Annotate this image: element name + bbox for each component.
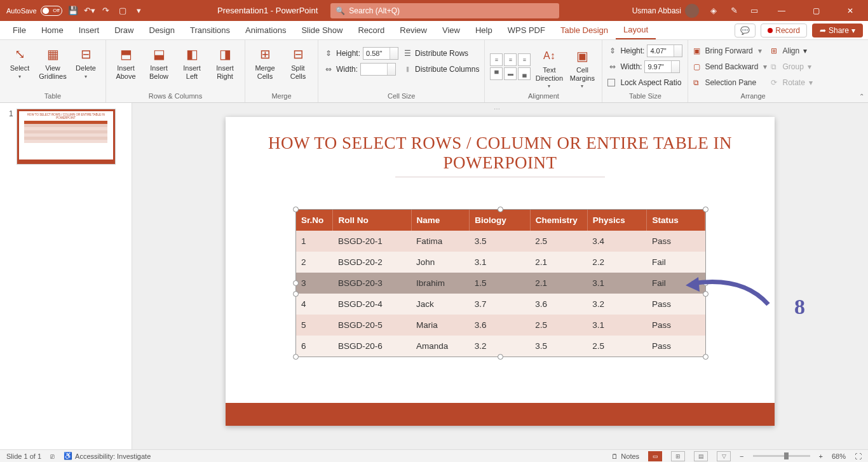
select-button[interactable]: ⤡Select▾ [5, 43, 34, 79]
insert-above-button[interactable]: ⬒Insert Above [111, 43, 140, 80]
slide-title[interactable]: HOW TO SELECT ROWS / COLUMN OR ENTIRE TA… [226, 117, 775, 173]
collapse-ribbon-button[interactable]: ⌃ [859, 93, 864, 100]
table-cell[interactable]: 3.2 [587, 294, 647, 315]
table-cell[interactable]: 3.5 [530, 336, 587, 357]
table-cell[interactable]: BSGD-20-3 [333, 273, 411, 294]
bring-forward-button[interactable]: ▣Bring Forward▾ [693, 44, 767, 58]
diamond-icon[interactable]: ◈ [708, 5, 719, 17]
cell-width-input[interactable] [360, 63, 396, 76]
reading-view-button[interactable]: ▤ [694, 451, 708, 461]
column-header[interactable]: Physics [587, 210, 647, 231]
table-cell[interactable]: Pass [647, 294, 705, 315]
ribbon-display-icon[interactable]: ▭ [749, 5, 760, 17]
zoom-slider[interactable] [753, 455, 810, 457]
table-cell[interactable]: BSGD-20-2 [333, 252, 411, 273]
table-cell[interactable]: Maria [411, 315, 470, 336]
resize-handle-bm[interactable] [498, 354, 503, 360]
table-row[interactable]: 1BSGD-20-1Fatima3.52.53.4Pass [296, 231, 705, 252]
align-objects-button[interactable]: ⊞Align▾ [771, 44, 812, 58]
table-cell[interactable]: 2.5 [587, 336, 647, 357]
qat-more-icon[interactable]: ▾ [133, 5, 145, 17]
comments-button[interactable]: 💬 [735, 24, 756, 37]
zoom-in-button[interactable]: + [819, 452, 823, 460]
resize-handle-mr[interactable] [703, 280, 709, 286]
table-cell[interactable]: Amanda [411, 336, 470, 357]
save-icon[interactable]: 💾 [67, 5, 79, 17]
tab-view[interactable]: View [435, 21, 468, 39]
tab-home[interactable]: Home [34, 21, 71, 39]
notes-button[interactable]: 🗒Notes [611, 452, 639, 460]
table-cell[interactable]: 3.6 [470, 315, 531, 336]
table-cell[interactable]: Fail [647, 252, 705, 273]
delete-button[interactable]: ⊟Delete▾ [71, 43, 100, 79]
text-direction-button[interactable]: A↕Text Direction▾ [534, 44, 564, 89]
slide-sorter-button[interactable]: ⊞ [671, 451, 685, 461]
account-button[interactable]: Usman Abbasi [632, 4, 699, 18]
tab-slide-show[interactable]: Slide Show [294, 21, 350, 39]
distribute-columns-button[interactable]: ⦀Distribute Columns [402, 62, 479, 76]
align-top-button[interactable]: ▀ [490, 67, 503, 80]
table-cell[interactable]: 3.5 [470, 231, 531, 252]
resize-handle-bl[interactable] [293, 354, 299, 360]
resize-handle-ml[interactable] [293, 280, 299, 286]
lock-aspect-ratio-checkbox[interactable]: Lock Aspect Ratio [607, 76, 682, 90]
tab-design[interactable]: Design [142, 21, 182, 39]
column-header[interactable]: Status [647, 210, 705, 231]
splitter-handle-icon[interactable]: ⋯ [494, 105, 506, 111]
table-cell[interactable]: Pass [647, 315, 705, 336]
resize-handle-tm[interactable] [498, 207, 503, 212]
cell-height-input[interactable]: 0.58" [363, 47, 398, 60]
column-header[interactable]: Sr.No [296, 210, 333, 231]
align-left-button[interactable]: ≡ [490, 53, 503, 66]
table-cell[interactable]: Fatima [411, 231, 470, 252]
align-center-button[interactable]: ≡ [504, 53, 517, 66]
tab-file[interactable]: File [5, 21, 34, 39]
insert-right-button[interactable]: ◨Insert Right [210, 43, 240, 80]
table-cell[interactable]: 4 [296, 294, 333, 315]
tab-animations[interactable]: Animations [238, 21, 294, 39]
table-cell[interactable]: 3.4 [587, 231, 647, 252]
table-height-input[interactable]: 4.07" [647, 44, 682, 57]
split-cells-button[interactable]: ⊟Split Cells [283, 43, 313, 80]
column-header[interactable]: Biology [470, 210, 531, 231]
table-cell[interactable]: 3.1 [470, 252, 531, 273]
resize-handle-tl[interactable] [293, 207, 299, 212]
undo-icon[interactable]: ↶▾ [84, 5, 95, 17]
table-cell[interactable]: 2 [296, 252, 333, 273]
table-cell[interactable]: Fail [647, 273, 705, 294]
coming-soon-icon[interactable]: ✎ [728, 5, 740, 17]
column-header[interactable]: Roll No [333, 210, 411, 231]
slide-thumbnail-panel[interactable]: 1 HOW TO SELECT ROWS / COLUMN OR ENTIRE … [0, 103, 132, 449]
row-handle-left[interactable] [293, 291, 299, 297]
slide-thumbnail-1[interactable]: HOW TO SELECT ROWS / COLUMN OR ENTIRE TA… [17, 109, 115, 164]
record-button[interactable]: Record [761, 24, 807, 37]
table-row[interactable]: 4BSGD-20-4Jack3.73.63.2Pass [296, 294, 705, 315]
insert-left-button[interactable]: ◧Insert Left [177, 43, 207, 80]
table-object[interactable]: Sr.NoRoll NoNameBiologyChemistryPhysicsS… [295, 209, 706, 357]
table-cell[interactable]: 3.7 [470, 294, 531, 315]
distribute-rows-button[interactable]: ☰Distribute Rows [402, 46, 479, 60]
resize-handle-br[interactable] [703, 354, 709, 360]
slide-editor[interactable]: ⋯ HOW TO SELECT ROWS / COLUMN OR ENTIRE … [132, 103, 868, 449]
table-cell[interactable]: 1 [296, 231, 333, 252]
table-cell[interactable]: Pass [647, 231, 705, 252]
cell-margins-button[interactable]: ▣Cell Margins▾ [567, 44, 597, 89]
merge-cells-button[interactable]: ⊞Merge Cells [250, 43, 280, 80]
table-cell[interactable]: 2.1 [530, 252, 587, 273]
fit-to-window-button[interactable]: ⛶ [855, 452, 862, 460]
table-row[interactable]: 5BSGD-20-5Maria3.62.53.1Pass [296, 315, 705, 336]
table-cell[interactable]: 2.5 [530, 315, 587, 336]
zoom-thumb[interactable] [784, 452, 789, 459]
table-cell[interactable]: John [411, 252, 470, 273]
tab-review[interactable]: Review [392, 21, 435, 39]
tab-record[interactable]: Record [350, 21, 392, 39]
slideshow-view-button[interactable]: ▽ [717, 451, 731, 461]
table-cell[interactable]: 3.6 [530, 294, 587, 315]
align-middle-button[interactable]: ▬ [504, 67, 517, 80]
table-cell[interactable]: 1.5 [470, 273, 531, 294]
selection-pane-button[interactable]: ⧉Selection Pane [693, 76, 767, 90]
autosave-control[interactable]: AutoSave Off [6, 6, 62, 16]
tab-layout[interactable]: Layout [616, 21, 656, 39]
minimize-button[interactable]: — [769, 0, 794, 21]
column-header[interactable]: Name [411, 210, 470, 231]
